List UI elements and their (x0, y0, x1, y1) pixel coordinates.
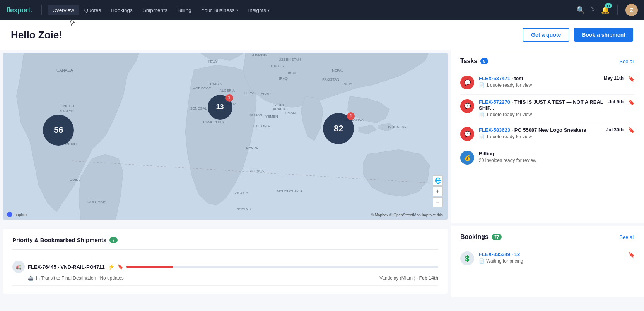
booking-content: FLEX-335349 · 12 📄 Waiting for pricing (479, 251, 624, 264)
mapbox-logo-text: mapbox (14, 213, 27, 217)
priority-icon: ⚡ (108, 264, 114, 270)
bookmark-filled-icon[interactable]: 🔖 (628, 99, 635, 105)
shipment-row: 🚛 FLEX-76445 · VND-RAIL-PO4711 ⚡ 🔖 (12, 261, 438, 273)
svg-text:TANZANIA: TANZANIA (247, 169, 265, 173)
svg-text:UNITED: UNITED (61, 104, 74, 108)
task-content: FLEX-572270 · THIS IS JUST A TEST — NOT … (479, 99, 604, 117)
task-content: Billing 20 invoices ready for review (479, 151, 635, 163)
doc-icon: 📄 (479, 258, 485, 264)
bookings-see-all[interactable]: See all (619, 234, 635, 240)
notification-badge: 11 (605, 3, 612, 8)
nav-overview[interactable]: Overview (48, 5, 79, 15)
svg-text:MADAGASCAR: MADAGASCAR (277, 189, 302, 193)
task-message-icon: 💬 (460, 99, 474, 113)
tasks-title: Tasks 5 (460, 58, 488, 65)
task-item: 💬 FLEX-572270 · THIS IS JUST A TEST — NO… (460, 95, 635, 122)
get-quote-button[interactable]: Get a quote (523, 28, 569, 42)
task-item: 💬 FLEX-583623 · PO 55087 New Logo Sneake… (460, 122, 635, 146)
task-title: FLEX-583623 · PO 55087 New Logo Sneakers (479, 127, 601, 133)
task-date: Jul 9th (608, 99, 624, 105)
svg-text:CANADA: CANADA (56, 68, 73, 72)
svg-text:OMAN: OMAN (285, 111, 296, 115)
transit-icon: 🚢 (28, 275, 34, 281)
booking-title[interactable]: FLEX-335349 · 12 (479, 251, 624, 257)
zoom-out-button[interactable]: − (433, 197, 443, 207)
map-container: CANADA UNITED STATES MEXICO CUBA COLOMBI… (3, 53, 448, 220)
nav-bookings[interactable]: Bookings (106, 5, 137, 15)
alert-badge-82: 1 (347, 112, 355, 120)
cluster-bubble-56[interactable]: 56 (43, 115, 74, 146)
nav-your-business[interactable]: Your Business ▾ (197, 5, 243, 15)
svg-text:TURKEY: TURKEY (270, 64, 285, 68)
svg-text:NEPAL: NEPAL (332, 69, 343, 72)
bookmark-icon[interactable]: 🔖 (628, 76, 635, 82)
mapbox-logo-icon (7, 212, 12, 217)
svg-text:IRAN: IRAN (288, 71, 297, 75)
bookings-count-badge: 77 (492, 234, 502, 240)
svg-text:CAMEROON: CAMEROON (203, 120, 224, 124)
task-flex-id[interactable]: FLEX-572270 (479, 99, 510, 105)
task-item-billing: 💰 Billing 20 invoices ready for review (460, 146, 635, 169)
navbar: flexport. Overview Quotes Bookings Shipm… (0, 0, 644, 20)
shipment-id[interactable]: FLEX-76445 · VND-RAIL-PO4711 (28, 264, 105, 270)
map-background: CANADA UNITED STATES MEXICO CUBA COLOMBI… (3, 53, 448, 220)
nav-insights[interactable]: Insights ▾ (244, 5, 275, 15)
page-header: Hello Zoie! Get a quote Book a shipment (0, 20, 644, 50)
billing-icon: 💰 (460, 151, 474, 165)
chevron-down-icon: ▾ (236, 8, 238, 12)
map-globe-button[interactable]: 🌐 (433, 175, 443, 186)
bookmark-icon[interactable]: 🔖 (628, 251, 635, 258)
search-icon[interactable]: 🔍 (576, 6, 585, 14)
task-message-icon: 💬 (460, 76, 474, 89)
zoom-in-button[interactable]: + (433, 186, 443, 196)
task-title: FLEX-537471 · test (479, 76, 599, 81)
progress-bar (126, 266, 438, 268)
progress-bar-fill (126, 266, 173, 268)
shipment-item: 🚛 FLEX-76445 · VND-RAIL-PO4711 ⚡ 🔖 🚢 In … (12, 256, 438, 286)
svg-text:SENEGAL: SENEGAL (190, 107, 207, 110)
svg-text:STATES: STATES (60, 109, 73, 113)
nav-divider-2 (617, 5, 618, 15)
flag-icon[interactable]: 🏳 (589, 6, 596, 14)
task-date: Jul 30th (606, 127, 624, 132)
shipments-header: Priority & Bookmarked Shipments 7 (12, 237, 438, 250)
nav-shipments[interactable]: Shipments (138, 5, 172, 15)
svg-text:NAMIBIA: NAMIBIA (236, 207, 251, 211)
svg-text:SAUDI: SAUDI (273, 103, 284, 107)
svg-text:PAKISTAN: PAKISTAN (322, 77, 339, 81)
shipment-status: In Transit to Final Destination · No upd… (36, 275, 124, 281)
book-shipment-button[interactable]: Book a shipment (574, 28, 633, 42)
map-footer: © Mapbox © OpenStreetMap Improve this (371, 213, 443, 217)
notifications-icon[interactable]: 🔔 11 (601, 6, 610, 14)
doc-icon: 📄 (479, 82, 485, 88)
svg-text:INDONESIA: INDONESIA (388, 125, 408, 129)
right-column: Tasks 5 See all 💬 FLEX-537471 · test (451, 50, 644, 223)
avatar[interactable]: Z (625, 4, 638, 16)
shipment-status-row: 🚢 In Transit to Final Destination · No u… (12, 275, 438, 281)
svg-text:UZBEKISTAN: UZBEKISTAN (278, 58, 301, 62)
chevron-down-icon: ▾ (268, 8, 270, 12)
header-actions: Get a quote Book a shipment (523, 28, 633, 42)
nav-billing[interactable]: Billing (173, 5, 196, 15)
logo[interactable]: flexport. (6, 6, 32, 14)
svg-text:INDIA: INDIA (343, 82, 352, 86)
svg-text:YEMEN: YEMEN (265, 115, 278, 119)
cluster-bubble-13[interactable]: 13 1 (208, 95, 232, 120)
task-subtitle: 📄 1 quote ready for view (479, 112, 604, 117)
task-flex-id[interactable]: FLEX-537471 (479, 76, 510, 81)
shipment-meta: In Transit to Final Destination · No upd… (36, 275, 438, 281)
cluster-bubble-82[interactable]: 82 1 (323, 113, 354, 144)
bookmark-icon[interactable]: 🔖 (118, 264, 123, 270)
svg-text:CUBA: CUBA (70, 178, 80, 182)
mapbox-logo: mapbox (7, 212, 27, 217)
nav-quotes[interactable]: Quotes (80, 5, 106, 15)
task-content: FLEX-583623 · PO 55087 New Logo Sneakers… (479, 127, 601, 139)
billing-title: Billing (479, 151, 635, 156)
bookmark-icon[interactable]: 🔖 (628, 127, 635, 133)
task-flex-id[interactable]: FLEX-583623 (479, 127, 510, 133)
left-column: CANADA UNITED STATES MEXICO CUBA COLOMBI… (0, 50, 451, 223)
doc-icon: 📄 (479, 112, 485, 117)
svg-text:LIBYA: LIBYA (244, 91, 255, 95)
tasks-see-all[interactable]: See all (619, 58, 635, 64)
svg-text:EGYPT: EGYPT (261, 92, 273, 96)
